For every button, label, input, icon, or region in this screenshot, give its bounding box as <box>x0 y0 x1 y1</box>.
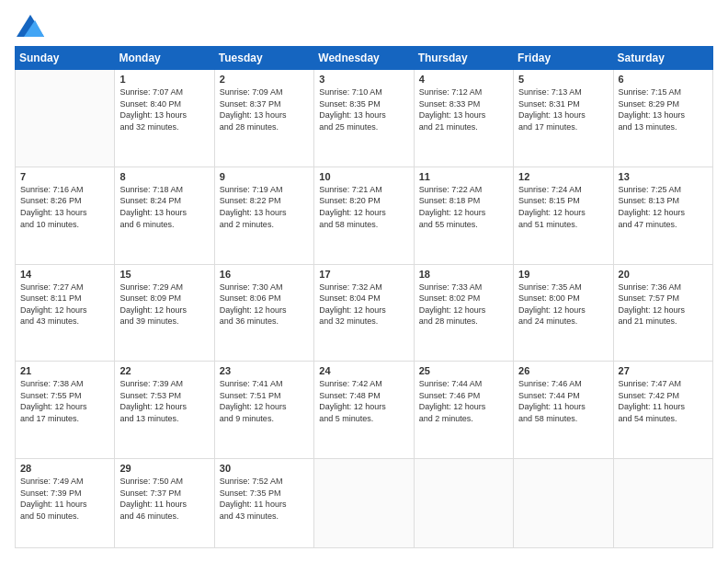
day-number: 16 <box>220 269 309 280</box>
calendar-cell: 20Sunrise: 7:36 AM Sunset: 7:57 PM Dayli… <box>613 264 712 362</box>
calendar-header-monday: Monday <box>115 47 214 70</box>
day-number: 29 <box>119 463 209 474</box>
day-number: 28 <box>20 463 109 474</box>
header <box>15 15 713 37</box>
day-number: 30 <box>220 463 309 474</box>
day-number: 26 <box>518 365 608 376</box>
day-info: Sunrise: 7:18 AM Sunset: 8:24 PM Dayligh… <box>119 184 209 230</box>
calendar-cell: 11Sunrise: 7:22 AM Sunset: 8:18 PM Dayli… <box>414 167 513 264</box>
calendar-cell: 14Sunrise: 7:27 AM Sunset: 8:11 PM Dayli… <box>16 264 115 362</box>
calendar-cell: 2Sunrise: 7:09 AM Sunset: 8:37 PM Daylig… <box>214 70 313 167</box>
calendar-cell: 16Sunrise: 7:30 AM Sunset: 8:06 PM Dayli… <box>214 264 313 362</box>
calendar-cell <box>314 459 414 548</box>
day-info: Sunrise: 7:21 AM Sunset: 8:20 PM Dayligh… <box>319 184 408 230</box>
day-info: Sunrise: 7:33 AM Sunset: 8:02 PM Dayligh… <box>419 282 508 327</box>
calendar-header-sunday: Sunday <box>16 47 115 70</box>
calendar-cell: 7Sunrise: 7:16 AM Sunset: 8:26 PM Daylig… <box>16 167 115 264</box>
day-info: Sunrise: 7:30 AM Sunset: 8:06 PM Dayligh… <box>220 282 309 327</box>
calendar-cell <box>613 459 712 548</box>
calendar-cell: 17Sunrise: 7:32 AM Sunset: 8:04 PM Dayli… <box>314 264 414 362</box>
calendar-cell: 19Sunrise: 7:35 AM Sunset: 8:00 PM Dayli… <box>514 264 613 362</box>
calendar-week-0: 1Sunrise: 7:07 AM Sunset: 8:40 PM Daylig… <box>16 70 713 167</box>
day-number: 5 <box>518 74 608 85</box>
day-number: 7 <box>20 171 109 182</box>
day-number: 18 <box>419 269 508 280</box>
day-info: Sunrise: 7:07 AM Sunset: 8:40 PM Dayligh… <box>119 86 209 132</box>
calendar-cell: 12Sunrise: 7:24 AM Sunset: 8:15 PM Dayli… <box>514 167 613 264</box>
day-info: Sunrise: 7:24 AM Sunset: 8:15 PM Dayligh… <box>518 184 608 230</box>
day-number: 9 <box>220 171 309 182</box>
calendar-cell: 9Sunrise: 7:19 AM Sunset: 8:22 PM Daylig… <box>214 167 313 264</box>
calendar-week-3: 21Sunrise: 7:38 AM Sunset: 7:55 PM Dayli… <box>16 362 713 459</box>
calendar-table: SundayMondayTuesdayWednesdayThursdayFrid… <box>15 46 713 548</box>
calendar-cell: 18Sunrise: 7:33 AM Sunset: 8:02 PM Dayli… <box>414 264 513 362</box>
day-info: Sunrise: 7:16 AM Sunset: 8:26 PM Dayligh… <box>20 184 109 230</box>
day-number: 20 <box>619 269 708 280</box>
day-info: Sunrise: 7:47 AM Sunset: 7:42 PM Dayligh… <box>619 378 708 424</box>
day-info: Sunrise: 7:15 AM Sunset: 8:29 PM Dayligh… <box>619 86 708 132</box>
day-number: 12 <box>518 171 608 182</box>
logo <box>15 15 44 37</box>
day-info: Sunrise: 7:32 AM Sunset: 8:04 PM Dayligh… <box>319 282 408 327</box>
calendar-cell: 29Sunrise: 7:50 AM Sunset: 7:37 PM Dayli… <box>115 459 214 548</box>
day-number: 27 <box>619 365 708 376</box>
day-number: 13 <box>619 171 708 182</box>
day-number: 3 <box>319 74 408 85</box>
calendar-cell <box>414 459 513 548</box>
logo-icon <box>17 15 44 37</box>
day-number: 14 <box>20 269 109 280</box>
calendar-cell: 28Sunrise: 7:49 AM Sunset: 7:39 PM Dayli… <box>16 459 115 548</box>
day-info: Sunrise: 7:39 AM Sunset: 7:53 PM Dayligh… <box>119 378 209 424</box>
calendar-cell: 15Sunrise: 7:29 AM Sunset: 8:09 PM Dayli… <box>115 264 214 362</box>
day-info: Sunrise: 7:27 AM Sunset: 8:11 PM Dayligh… <box>20 282 109 327</box>
day-number: 19 <box>518 269 608 280</box>
calendar-header-friday: Friday <box>514 47 613 70</box>
day-number: 21 <box>20 365 109 376</box>
day-number: 2 <box>220 74 309 85</box>
day-info: Sunrise: 7:41 AM Sunset: 7:51 PM Dayligh… <box>220 378 309 424</box>
calendar-cell <box>514 459 613 548</box>
calendar-cell: 8Sunrise: 7:18 AM Sunset: 8:24 PM Daylig… <box>115 167 214 264</box>
day-info: Sunrise: 7:42 AM Sunset: 7:48 PM Dayligh… <box>319 378 408 424</box>
day-number: 15 <box>119 269 209 280</box>
calendar-cell: 30Sunrise: 7:52 AM Sunset: 7:35 PM Dayli… <box>214 459 313 548</box>
calendar-cell: 6Sunrise: 7:15 AM Sunset: 8:29 PM Daylig… <box>613 70 712 167</box>
day-number: 23 <box>220 365 309 376</box>
calendar-week-1: 7Sunrise: 7:16 AM Sunset: 8:26 PM Daylig… <box>16 167 713 264</box>
day-info: Sunrise: 7:29 AM Sunset: 8:09 PM Dayligh… <box>119 282 209 327</box>
calendar-week-4: 28Sunrise: 7:49 AM Sunset: 7:39 PM Dayli… <box>16 459 713 548</box>
day-info: Sunrise: 7:52 AM Sunset: 7:35 PM Dayligh… <box>220 476 309 522</box>
calendar-header-saturday: Saturday <box>613 47 712 70</box>
day-info: Sunrise: 7:22 AM Sunset: 8:18 PM Dayligh… <box>419 184 508 230</box>
calendar-cell: 27Sunrise: 7:47 AM Sunset: 7:42 PM Dayli… <box>613 362 712 459</box>
day-number: 22 <box>119 365 209 376</box>
day-info: Sunrise: 7:50 AM Sunset: 7:37 PM Dayligh… <box>119 476 209 522</box>
day-info: Sunrise: 7:09 AM Sunset: 8:37 PM Dayligh… <box>220 86 309 132</box>
page: SundayMondayTuesdayWednesdayThursdayFrid… <box>0 0 728 563</box>
day-info: Sunrise: 7:35 AM Sunset: 8:00 PM Dayligh… <box>518 282 608 327</box>
day-info: Sunrise: 7:44 AM Sunset: 7:46 PM Dayligh… <box>419 378 508 424</box>
day-number: 6 <box>619 74 708 85</box>
day-number: 24 <box>319 365 408 376</box>
day-number: 1 <box>119 74 209 85</box>
day-number: 4 <box>419 74 508 85</box>
calendar-cell: 5Sunrise: 7:13 AM Sunset: 8:31 PM Daylig… <box>514 70 613 167</box>
day-info: Sunrise: 7:25 AM Sunset: 8:13 PM Dayligh… <box>619 184 708 230</box>
day-info: Sunrise: 7:10 AM Sunset: 8:35 PM Dayligh… <box>319 86 408 132</box>
day-info: Sunrise: 7:12 AM Sunset: 8:33 PM Dayligh… <box>419 86 508 132</box>
calendar-cell: 1Sunrise: 7:07 AM Sunset: 8:40 PM Daylig… <box>115 70 214 167</box>
day-info: Sunrise: 7:46 AM Sunset: 7:44 PM Dayligh… <box>518 378 608 424</box>
day-number: 25 <box>419 365 508 376</box>
logo-blue <box>15 15 44 37</box>
day-info: Sunrise: 7:38 AM Sunset: 7:55 PM Dayligh… <box>20 378 109 424</box>
day-info: Sunrise: 7:13 AM Sunset: 8:31 PM Dayligh… <box>518 86 608 132</box>
calendar-header-wednesday: Wednesday <box>314 47 414 70</box>
calendar-header-row: SundayMondayTuesdayWednesdayThursdayFrid… <box>16 47 713 70</box>
calendar-cell: 13Sunrise: 7:25 AM Sunset: 8:13 PM Dayli… <box>613 167 712 264</box>
calendar-cell: 25Sunrise: 7:44 AM Sunset: 7:46 PM Dayli… <box>414 362 513 459</box>
calendar-cell: 4Sunrise: 7:12 AM Sunset: 8:33 PM Daylig… <box>414 70 513 167</box>
calendar-cell: 26Sunrise: 7:46 AM Sunset: 7:44 PM Dayli… <box>514 362 613 459</box>
day-info: Sunrise: 7:36 AM Sunset: 7:57 PM Dayligh… <box>619 282 708 327</box>
calendar-week-2: 14Sunrise: 7:27 AM Sunset: 8:11 PM Dayli… <box>16 264 713 362</box>
calendar-cell: 24Sunrise: 7:42 AM Sunset: 7:48 PM Dayli… <box>314 362 414 459</box>
